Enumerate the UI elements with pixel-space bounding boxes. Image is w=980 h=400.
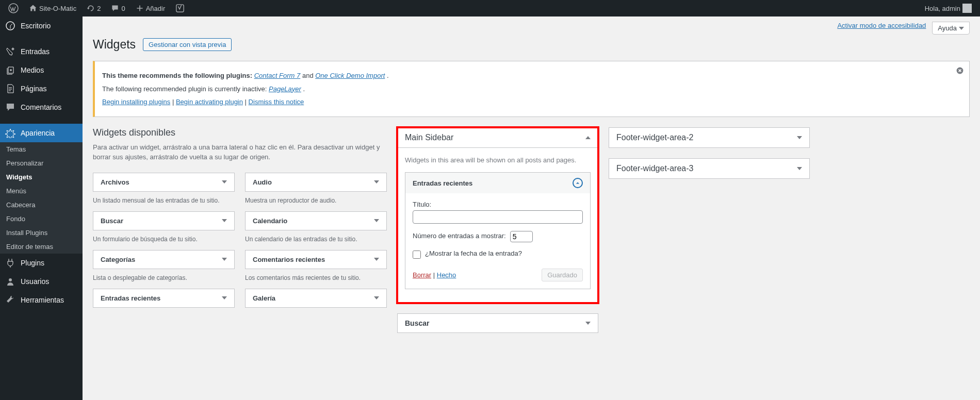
sidebar-footer3-toggle[interactable]: Footer-widget-area-3 [609, 159, 809, 178]
plugin-link-cf7[interactable]: Contact Form 7 [254, 72, 301, 79]
widget-title-input[interactable] [413, 210, 583, 224]
sub-widgets[interactable]: Widgets [0, 170, 83, 184]
available-widget: AudioMuestra un reproductor de audio. [245, 173, 387, 205]
available-widget-desc: Los comentarios más recientes de tu siti… [245, 273, 387, 282]
sub-menus[interactable]: Menús [0, 184, 83, 198]
updates-link[interactable]: 2 [83, 0, 105, 16]
widget-search-toggle[interactable]: Buscar [398, 314, 598, 332]
site-name-text: Site-O-Matic [39, 5, 76, 12]
menu-posts[interactable]: Entradas [0, 42, 83, 61]
add-new-text: Añadir [146, 5, 166, 12]
user-greeting[interactable]: Hola, admin [921, 0, 976, 16]
admin-menu: Escritorio Entradas Medios Páginas Comen… [0, 16, 83, 400]
available-widget: CategoríasLista o desplegable de categor… [93, 250, 235, 282]
available-widget-handle[interactable]: Archivos [93, 173, 235, 192]
plugin-link-ocdi[interactable]: One Click Demo Import [315, 72, 385, 79]
page-title: Widgets [93, 38, 136, 52]
svg-point-4 [9, 278, 12, 281]
widget-saved-button: Guardado [542, 269, 583, 281]
available-widget-handle[interactable]: Entradas recientes [93, 289, 235, 308]
available-widget-desc: Un formulario de búsqueda de tu sitio. [93, 235, 235, 244]
available-widget-handle[interactable]: Audio [245, 173, 387, 192]
accessibility-mode-link[interactable]: Activar modo de accesibilidad [837, 22, 926, 35]
widget-recent-posts-toggle[interactable]: Entradas recientes [405, 173, 590, 193]
sidebar-footer2: Footer-widget-area-2 [609, 127, 810, 148]
menu-dashboard[interactable]: Escritorio [0, 16, 83, 35]
menu-comments[interactable]: Comentarios [0, 98, 83, 116]
sub-customize[interactable]: Personalizar [0, 156, 83, 170]
menu-appearance[interactable]: Apariencia [0, 124, 83, 142]
manage-preview-button[interactable]: Gestionar con vista previa [143, 38, 232, 51]
available-widget-handle[interactable]: Comentarios recientes [245, 250, 387, 269]
help-button[interactable]: Ayuda [932, 22, 970, 35]
sub-theme-editor[interactable]: Editor de temas [0, 240, 83, 254]
svg-point-3 [10, 69, 12, 71]
widget-title-label: Título: [413, 201, 583, 208]
available-widget-handle[interactable]: Buscar [93, 211, 235, 230]
widget-done-link[interactable]: Hecho [437, 271, 456, 279]
available-widget: Galería [245, 289, 387, 308]
menu-users[interactable]: Usuarios [0, 272, 83, 291]
chevron-down-icon [374, 258, 379, 261]
submenu-appearance: Temas Personalizar Widgets Menús Cabecer… [0, 142, 83, 254]
collapse-icon [573, 178, 583, 188]
sub-install-plugins[interactable]: Install Plugins [0, 226, 83, 240]
available-widget-name: Calendario [253, 217, 287, 225]
menu-media[interactable]: Medios [0, 61, 83, 79]
sidebar-main-title: Main Sidebar [405, 133, 453, 142]
chevron-down-icon [374, 296, 379, 299]
widget-recent-posts: Entradas recientes Título: Número de ent… [405, 172, 591, 289]
chevron-down-icon [374, 180, 379, 184]
wp-logo[interactable] [4, 0, 23, 16]
menu-tools[interactable]: Herramientas [0, 291, 83, 309]
sub-background[interactable]: Fondo [0, 212, 83, 226]
sidebar-main: Main Sidebar Widgets in this area will b… [397, 127, 598, 304]
dismiss-notice-link[interactable]: Dismiss this notice [249, 98, 304, 106]
greeting-text: Hola, admin [925, 5, 960, 12]
available-widget: Comentarios recientesLos comentarios más… [245, 250, 387, 282]
widget-delete-link[interactable]: Borrar [413, 271, 431, 279]
available-widget-name: Comentarios recientes [253, 256, 325, 263]
available-widget-handle[interactable]: Categorías [93, 250, 235, 269]
widget-count-label: Número de entradas a mostrar: [413, 232, 506, 240]
comments-count: 0 [121, 5, 125, 12]
widget-count-input[interactable] [510, 231, 533, 242]
sidebar-footer3: Footer-widget-area-3 [609, 158, 810, 179]
chevron-down-icon [222, 258, 227, 261]
available-widget-handle[interactable]: Calendario [245, 211, 387, 230]
available-widget-desc: Un listado mensual de las entradas de tu… [93, 196, 235, 205]
available-widgets-heading: Widgets disponibles [93, 127, 387, 138]
available-widget-desc: Muestra un reproductor de audio. [245, 196, 387, 205]
add-new-link[interactable]: Añadir [132, 0, 170, 16]
begin-install-link[interactable]: Begin installing plugins [102, 98, 170, 106]
begin-activate-link[interactable]: Begin activating plugin [176, 98, 243, 106]
widget-showdate-checkbox[interactable] [413, 251, 421, 259]
widget-showdate-label: ¿Mostrar la fecha de la entrada? [425, 249, 522, 257]
sub-header[interactable]: Cabecera [0, 198, 83, 212]
available-widget-desc: Lista o desplegable de categorías. [93, 273, 235, 282]
chevron-down-icon [374, 219, 379, 222]
site-name-link[interactable]: Site-O-Matic [25, 0, 80, 16]
chevron-down-icon [797, 136, 802, 139]
available-widget-desc: Un calendario de las entradas de tu siti… [245, 235, 387, 244]
available-widget: ArchivosUn listado mensual de las entrad… [93, 173, 235, 205]
updates-count: 2 [97, 5, 101, 12]
sidebar-footer2-toggle[interactable]: Footer-widget-area-2 [609, 128, 809, 147]
menu-pages[interactable]: Páginas [0, 79, 83, 98]
sub-themes[interactable]: Temas [0, 142, 83, 156]
available-widget: Entradas recientes [93, 289, 235, 308]
chevron-down-icon [222, 180, 227, 184]
sidebar-main-desc: Widgets in this area will be shown on al… [405, 155, 591, 165]
available-widget: CalendarioUn calendario de las entradas … [245, 211, 387, 244]
menu-plugins[interactable]: Plugins [0, 254, 83, 272]
available-widget-name: Archivos [101, 178, 129, 186]
available-widget-name: Buscar [101, 217, 123, 225]
widget-search-collapsed: Buscar [397, 313, 598, 333]
chevron-down-icon [959, 27, 964, 30]
sidebar-main-toggle[interactable]: Main Sidebar [398, 128, 598, 148]
available-widget-handle[interactable]: Galería [245, 289, 387, 308]
plugin-link-pagelayer[interactable]: PageLayer [269, 85, 301, 93]
dismiss-notice-icon[interactable] [956, 66, 964, 75]
comments-link[interactable]: 0 [107, 0, 129, 16]
yoast-icon[interactable] [171, 0, 189, 16]
